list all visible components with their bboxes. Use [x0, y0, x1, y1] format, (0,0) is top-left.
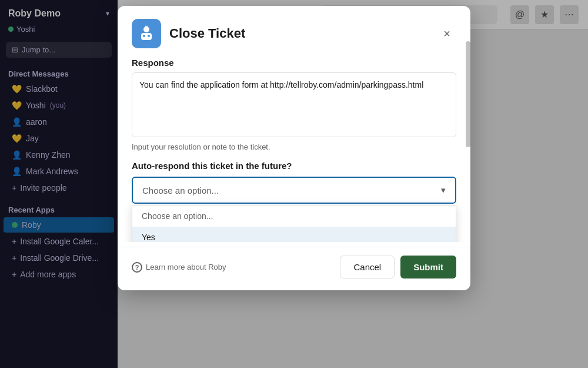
response-textarea[interactable]: [132, 72, 456, 137]
svg-point-3: [143, 35, 145, 37]
scrollbar-thumb[interactable]: [466, 41, 470, 147]
modal-close-button[interactable]: ×: [437, 24, 456, 43]
cancel-button[interactable]: Cancel: [340, 256, 395, 279]
submit-button[interactable]: Submit: [400, 256, 456, 279]
modal-title: Close Ticket: [169, 26, 429, 41]
svg-rect-2: [141, 33, 152, 40]
dropdown-option-placeholder: Choose an option...: [132, 205, 456, 227]
close-ticket-modal: Close Ticket × Response Input your resol…: [118, 6, 470, 290]
footer-buttons: Cancel Submit: [340, 256, 456, 279]
modal-body: Response Input your resolution or note t…: [118, 58, 470, 242]
close-icon: ×: [443, 27, 450, 41]
response-label: Response: [132, 58, 456, 68]
modal-header: Close Ticket ×: [118, 6, 470, 58]
learn-more-link[interactable]: ? Learn more about Roby: [132, 262, 226, 273]
auto-respond-label: Auto-respond this ticket in the future?: [132, 161, 456, 171]
modal-footer: ? Learn more about Roby Cancel Submit: [118, 247, 470, 290]
auto-respond-dropdown-container: Choose an option... ▾ Choose an option..…: [132, 177, 456, 204]
response-hint: Input your resolution or note to the tic…: [132, 142, 456, 151]
dropdown-menu: Choose an option... Yes No: [132, 205, 456, 242]
chevron-down-icon: ▾: [441, 185, 446, 195]
info-icon: ?: [132, 262, 142, 273]
dropdown-selected-label: Choose an option...: [142, 185, 219, 195]
modal-overlay: Close Ticket × Response Input your resol…: [0, 0, 588, 368]
dropdown-trigger[interactable]: Choose an option... ▾: [132, 177, 456, 204]
svg-point-8: [146, 25, 148, 26]
robot-icon: [132, 19, 161, 48]
svg-point-4: [148, 35, 150, 37]
learn-more-label: Learn more about Roby: [146, 263, 226, 271]
scrollbar-track[interactable]: [466, 6, 470, 290]
dropdown-option-yes[interactable]: Yes: [132, 227, 456, 242]
